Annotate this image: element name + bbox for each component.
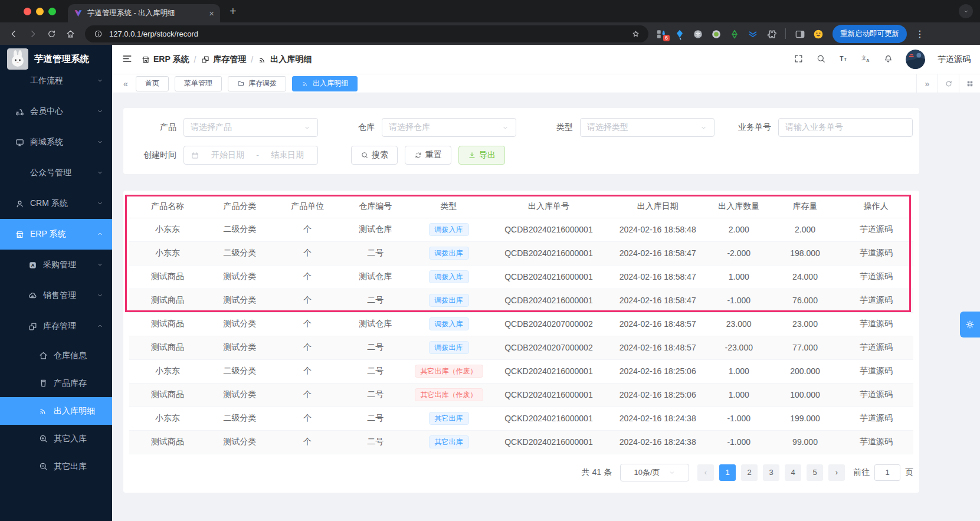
emoji-profile-icon[interactable] bbox=[812, 28, 824, 40]
notification-bell-icon[interactable] bbox=[883, 54, 893, 65]
logo-row[interactable]: 芋道管理系统 bbox=[0, 45, 112, 73]
avatar[interactable] bbox=[906, 50, 925, 69]
table-row[interactable]: 测试商品测试分类个二号调拨出库QCDB202402070000022024-02… bbox=[129, 336, 913, 359]
sidebar-item-stock[interactable]: 库存管理 bbox=[0, 311, 112, 342]
new-tab-button[interactable]: + bbox=[230, 5, 237, 17]
table-cell: 调拨出库 bbox=[409, 241, 488, 265]
window-minimize-button[interactable] bbox=[36, 8, 44, 15]
browser-update-button[interactable]: 重新启动即可更新 bbox=[832, 25, 907, 43]
search-button[interactable]: 搜索 bbox=[351, 146, 398, 165]
sidebar-item-crm[interactable]: CRM 系统 bbox=[0, 188, 112, 219]
table-cell: -1.000 bbox=[706, 430, 771, 454]
table-row[interactable]: 小东东二级分类个二号其它出库（作废）QCKD202402160000012024… bbox=[129, 359, 913, 383]
goto-page-input[interactable] bbox=[874, 464, 900, 481]
type-select[interactable]: 请选择类型 bbox=[580, 118, 714, 137]
sidebar-item-sales[interactable]: 销售管理 bbox=[0, 280, 112, 311]
extension-kite-icon[interactable] bbox=[674, 28, 686, 40]
forward-button[interactable] bbox=[25, 26, 40, 41]
favicon-icon bbox=[74, 9, 83, 18]
pager: ‹12345› bbox=[697, 464, 845, 481]
page-number-button[interactable]: 3 bbox=[763, 464, 779, 481]
sidebar-item-erp[interactable]: ERP 系统 bbox=[0, 219, 112, 250]
breadcrumb-item[interactable]: ERP 系统 bbox=[141, 54, 189, 65]
side-panel-icon[interactable] bbox=[794, 28, 806, 40]
extension-green-star-icon[interactable] bbox=[729, 28, 740, 40]
table-cell: 调拨入库 bbox=[409, 312, 488, 336]
product-select[interactable]: 请选择产品 bbox=[183, 118, 318, 137]
collapse-menu-icon[interactable] bbox=[122, 53, 133, 66]
table-cell: 调拨入库 bbox=[409, 218, 488, 241]
search-icon[interactable] bbox=[816, 54, 826, 65]
type-badge: 调拨入库 bbox=[429, 223, 469, 236]
table-row[interactable]: 测试商品测试分类个二号其它出库QCKD202402160000012024-02… bbox=[129, 430, 913, 454]
tab-refresh-icon[interactable] bbox=[938, 74, 959, 93]
table-cell: 调拨出库 bbox=[409, 336, 488, 359]
sidebar-item-wechat-mp[interactable]: 公众号管理 bbox=[0, 158, 112, 188]
site-info-icon[interactable] bbox=[92, 26, 104, 41]
tab-overflow-button[interactable] bbox=[959, 4, 973, 18]
browser-tab[interactable]: 芋道管理系统 - 出入库明细 × bbox=[68, 4, 220, 22]
table-cell: 2024-02-16 18:25:06 bbox=[609, 359, 706, 383]
bookmark-star-icon[interactable] bbox=[630, 26, 641, 41]
tabs-scroll-left-icon[interactable]: « bbox=[118, 79, 133, 89]
sidebar-item-other-out[interactable]: 其它出库 bbox=[0, 453, 112, 480]
extension-green-dot-icon[interactable] bbox=[710, 28, 722, 40]
chevron-down-icon bbox=[96, 291, 104, 300]
reload-button[interactable] bbox=[44, 26, 59, 41]
sidebar-item-member[interactable]: 会员中心 bbox=[0, 96, 112, 127]
page-number-button[interactable]: 1 bbox=[719, 464, 736, 481]
table-row[interactable]: 测试商品测试分类个测试仓库调拨入库QCDB202402160000012024-… bbox=[129, 265, 913, 289]
prev-page-button[interactable]: ‹ bbox=[697, 464, 714, 481]
table-row[interactable]: 测试商品测试分类个二号调拨出库QCDB202402160000012024-02… bbox=[129, 289, 913, 312]
table-row[interactable]: 小东东二级分类个二号其它出库QCKD202402160000012024-02-… bbox=[129, 407, 913, 430]
sidebar-item-purchase[interactable]: A采购管理 bbox=[0, 250, 112, 280]
home-button[interactable] bbox=[63, 26, 78, 41]
warehouse-select[interactable]: 请选择仓库 bbox=[382, 118, 516, 137]
extension-chevrons-icon[interactable] bbox=[747, 28, 759, 40]
export-button[interactable]: 导出 bbox=[458, 146, 505, 165]
extension-blocks-icon[interactable]: 6 bbox=[655, 28, 667, 40]
window-close-button[interactable] bbox=[24, 8, 31, 15]
sidebar-item-product-stock[interactable]: 产品库存 bbox=[0, 369, 112, 397]
tabs-scroll-right-icon[interactable]: » bbox=[916, 74, 938, 93]
settings-gear-button[interactable] bbox=[960, 312, 980, 337]
font-size-icon[interactable]: TT bbox=[838, 54, 848, 65]
next-page-button[interactable]: › bbox=[828, 464, 845, 481]
table-row[interactable]: 小东东二级分类个二号调拨出库QCDB202402160000012024-02-… bbox=[129, 241, 913, 265]
breadcrumb-item[interactable]: 出入库明细 bbox=[258, 54, 312, 65]
reset-button[interactable]: 重置 bbox=[405, 146, 451, 165]
page-number-button[interactable]: 4 bbox=[785, 464, 801, 481]
window-zoom-button[interactable] bbox=[48, 8, 56, 15]
page-tab[interactable]: 库存调拨 bbox=[228, 76, 286, 91]
translate-icon[interactable]: 文A bbox=[861, 54, 871, 65]
fullscreen-icon[interactable] bbox=[794, 54, 804, 65]
column-header: 出入库日期 bbox=[609, 195, 706, 218]
sidebar-item-mall[interactable]: 商城系统 bbox=[0, 127, 112, 158]
extensions-puzzle-icon[interactable] bbox=[765, 28, 777, 40]
address-bar[interactable]: 127.0.0.1/erp/stock/record bbox=[85, 25, 648, 42]
table-row[interactable]: 小东东二级分类个测试仓库调拨入库QCDB202402160000012024-0… bbox=[129, 218, 913, 241]
sidebar-item-label: 其它出库 bbox=[54, 461, 87, 472]
breadcrumb-item[interactable]: 库存管理 bbox=[201, 54, 246, 65]
page-number-button[interactable]: 2 bbox=[741, 464, 758, 481]
biz-no-input[interactable]: 请输入业务单号 bbox=[778, 118, 913, 137]
table-row[interactable]: 测试商品测试分类个二号其它出库（作废）QCKD20240216000001202… bbox=[129, 383, 913, 407]
sidebar-item-stock-record[interactable]: 出入库明细 bbox=[0, 397, 112, 425]
sidebar-item-other-in[interactable]: 其它入库 bbox=[0, 425, 112, 453]
page-tab[interactable]: 首页 bbox=[136, 76, 169, 91]
table-card: 产品名称产品分类产品单位仓库编号类型出入库单号出入库日期出入库数量库存量操作人 … bbox=[123, 191, 919, 493]
tab-options-grid-icon[interactable] bbox=[959, 74, 980, 93]
page-tab[interactable]: 菜单管理 bbox=[175, 76, 222, 91]
page-tab[interactable]: 出入库明细 bbox=[292, 76, 358, 91]
table-cell: -2.000 bbox=[706, 241, 771, 265]
sidebar-item-warehouse-info[interactable]: 仓库信息 bbox=[0, 342, 112, 369]
table-row[interactable]: 测试商品测试分类个测试仓库调拨入库QCDB202402070000022024-… bbox=[129, 312, 913, 336]
page-size-select[interactable]: 10条/页 bbox=[620, 464, 689, 481]
back-button[interactable] bbox=[6, 26, 21, 41]
browser-menu-icon[interactable]: ⋮ bbox=[915, 28, 925, 40]
sidebar-item-workflow[interactable]: 工作流程 bbox=[0, 73, 112, 96]
extension-gray-ball-icon[interactable] bbox=[692, 28, 704, 40]
tab-close-icon[interactable]: × bbox=[209, 8, 214, 18]
page-number-button[interactable]: 5 bbox=[807, 464, 823, 481]
date-range-picker[interactable]: 开始日期 - 结束日期 bbox=[183, 146, 318, 165]
